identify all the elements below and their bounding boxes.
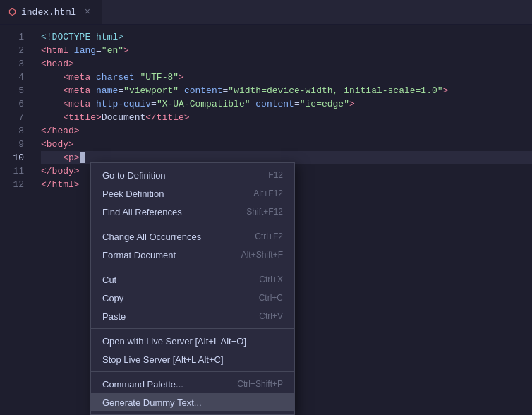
menu-item-cmd-palette[interactable]: Command Palette... Ctrl+Shift+P (91, 375, 294, 393)
menu-divider-1 (91, 224, 294, 224)
line-numbers: 1 2 3 4 5 6 7 8 9 10 11 12 (0, 25, 35, 415)
line-num-5: 5 (0, 84, 24, 97)
menu-item-go-to-def[interactable]: Go to Definition F12 (91, 166, 294, 184)
menu-shortcut-find-refs: Shift+F12 (246, 207, 283, 217)
menu-label-gen-dummy: Generate Dummy Text... (102, 397, 202, 408)
menu-label-paste: Paste (102, 311, 126, 322)
code-line-9: <body> (41, 138, 532, 151)
menu-label-cut: Cut (102, 275, 116, 285)
menu-label-change-occ: Change All Occurrences (102, 231, 201, 242)
menu-shortcut-cut: Ctrl+X (259, 275, 283, 284)
line-num-9: 9 (0, 138, 24, 151)
html-file-icon: ⬡ (8, 7, 16, 18)
line-num-7: 7 (0, 111, 24, 124)
menu-label-go-to-def: Go to Definition (102, 170, 166, 181)
code-line-8: </head> (41, 124, 532, 138)
menu-label-find-refs: Find All References (102, 207, 182, 217)
menu-item-paste[interactable]: Paste Ctrl+V (91, 307, 294, 325)
menu-item-gen-dummy[interactable]: Generate Dummy Text... (91, 393, 294, 411)
menu-item-find-refs[interactable]: Find All References Shift+F12 (91, 203, 294, 221)
menu-shortcut-copy: Ctrl+C (259, 293, 283, 303)
tab-close-button[interactable]: × (82, 6, 93, 18)
menu-label-stop-live: Stop Live Server [Alt+L Alt+C] (102, 354, 224, 365)
menu-shortcut-peek-def: Alt+F12 (253, 188, 283, 198)
code-line-2: <html lang="en"> (41, 44, 532, 57)
menu-item-copy[interactable]: Copy Ctrl+C (91, 289, 294, 307)
menu-item-stop-live[interactable]: Stop Live Server [Alt+L Alt+C] (91, 350, 294, 368)
menu-label-live-server: Open with Live Server [Alt+L Alt+O] (102, 336, 246, 347)
menu-item-peek-def[interactable]: Peek Definition Alt+F12 (91, 184, 294, 203)
code-line-4: <meta charset="UTF-8"> (41, 71, 532, 84)
line-num-12: 12 (0, 178, 24, 191)
line-num-10: 10 (0, 151, 24, 164)
menu-shortcut-change-occ: Ctrl+F2 (255, 231, 283, 241)
menu-shortcut-go-to-def: F12 (268, 170, 283, 180)
line-num-6: 6 (0, 97, 24, 111)
menu-label-copy: Copy (102, 293, 123, 303)
code-line-3: <head> (41, 57, 532, 71)
tab-bar: ⬡ index.html × (0, 0, 532, 25)
line-num-3: 3 (0, 57, 24, 71)
line-num-4: 4 (0, 71, 24, 84)
line-num-8: 8 (0, 124, 24, 138)
menu-item-live-server[interactable]: Open with Live Server [Alt+L Alt+O] (91, 332, 294, 350)
menu-divider-2 (91, 267, 294, 267)
menu-shortcut-cmd-palette: Ctrl+Shift+P (237, 379, 283, 389)
menu-label-cmd-palette: Command Palette... (102, 379, 183, 390)
editor-area: 1 2 3 4 5 6 7 8 9 10 11 12 <!DOCTYPE htm… (0, 25, 532, 415)
code-line-1: <!DOCTYPE html> (41, 30, 532, 44)
menu-item-change-occ[interactable]: Change All Occurrences Ctrl+F2 (91, 227, 294, 246)
code-line-6: <meta http-equiv="X-UA-Compatible" conte… (41, 97, 532, 111)
code-line-7: <title>Document</title> (41, 111, 532, 124)
menu-item-format-doc[interactable]: Format Document Alt+Shift+F (91, 246, 294, 264)
menu-divider-3 (91, 328, 294, 329)
editor-tab[interactable]: ⬡ index.html × (0, 0, 102, 24)
context-menu: Go to Definition F12 Peek Definition Alt… (90, 162, 295, 415)
line-num-1: 1 (0, 30, 24, 44)
menu-label-format-doc: Format Document (102, 250, 176, 260)
menu-label-peek-def: Peek Definition (102, 188, 164, 199)
menu-item-cut[interactable]: Cut Ctrl+X (91, 270, 294, 289)
line-num-11: 11 (0, 164, 24, 178)
line-num-2: 2 (0, 44, 24, 57)
tab-label: index.html (21, 7, 76, 18)
code-line-5: <meta name="viewport" content="width=dev… (41, 84, 532, 97)
menu-divider-4 (91, 371, 294, 372)
menu-shortcut-format-doc: Alt+Shift+F (241, 250, 283, 260)
menu-shortcut-paste: Ctrl+V (259, 311, 283, 321)
